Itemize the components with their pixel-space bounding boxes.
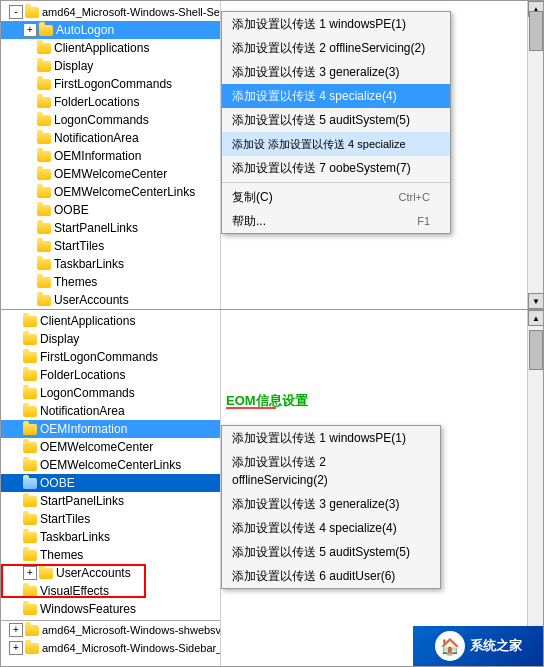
folder-icon-oeminfo	[37, 149, 51, 163]
b-tree-item-themes[interactable]: Themes	[1, 546, 220, 564]
tree-item-notificationarea[interactable]: NotificationArea	[1, 129, 220, 147]
b-folder-icon-useraccounts	[39, 566, 53, 580]
tree-item-clientapps[interactable]: ClientApplications	[1, 39, 220, 57]
b-tree-item-folderlocations[interactable]: FolderLocations	[1, 366, 220, 384]
label-clientapps: ClientApplications	[54, 40, 149, 56]
ctx-item-copy[interactable]: 复制(C) Ctrl+C	[222, 185, 450, 209]
b-expand-footer1[interactable]: +	[9, 623, 23, 637]
b-label-oemwelcome: OEMWelcomeCenter	[40, 439, 153, 455]
ctx-item-oobesystem[interactable]: 添加设置以传送 7 oobeSystem(7)	[222, 156, 450, 180]
b-tree-item-oemwelcome[interactable]: OEMWelcomeCenter	[1, 438, 220, 456]
ctx-separator-1	[222, 182, 450, 183]
folder-icon-oemwelcomelinks	[37, 185, 51, 199]
tree-item-oobe[interactable]: OOBE	[1, 201, 220, 219]
folder-icon-autologon	[39, 23, 53, 37]
tree-item-firstlogon[interactable]: FirstLogonCommands	[1, 75, 220, 93]
tree-item-folderlocations[interactable]: FolderLocations	[1, 93, 220, 111]
tree-item-oemwelcome[interactable]: OEMWelcomeCenter	[1, 165, 220, 183]
ctx-item-winpe[interactable]: 添加设置以传送 1 windowsPE(1)	[222, 12, 450, 36]
tree-item-useraccounts[interactable]: UserAccounts	[1, 291, 220, 309]
b-label-footer2: amd64_Microsoft-Windows-Sidebar_6.3.960.…	[42, 640, 221, 656]
top-scrollbar-v[interactable]: ▲ ▼	[527, 1, 543, 309]
tree-item-themes[interactable]: Themes	[1, 273, 220, 291]
label-display: Display	[54, 58, 93, 74]
b-ctx-item-generalize[interactable]: 添加设置以传送 3 generalize(3)	[222, 492, 440, 516]
label-autologon: AutoLogon	[56, 22, 114, 38]
scroll-thumb[interactable]	[529, 11, 543, 51]
b-tree-footer-2[interactable]: + amd64_Microsoft-Windows-Sidebar_6.3.96…	[1, 639, 220, 657]
b-label-useraccounts: UserAccounts	[56, 565, 131, 581]
label-notificationarea: NotificationArea	[54, 130, 139, 146]
tree-item-display[interactable]: Display	[1, 57, 220, 75]
b-folder-icon-taskbarlinks	[23, 530, 37, 544]
b-label-footer1: amd64_Microsoft-Windows-shwebsvc_6.3.96.…	[42, 622, 221, 638]
expand-root[interactable]: -	[9, 5, 23, 19]
folder-icon-startpanel	[37, 221, 51, 235]
bottom-scrollbar-v[interactable]: ▲ ▼	[527, 310, 543, 666]
bottom-context-menu: 添加设置以传送 1 windowsPE(1) 添加设置以传送 2 offline…	[221, 425, 441, 589]
b-scroll-up-btn[interactable]: ▲	[528, 310, 543, 326]
b-label-notificationarea: NotificationArea	[40, 403, 125, 419]
tree-item-autologon[interactable]: + AutoLogon	[1, 21, 220, 39]
b-label-windowsfeatures: WindowsFeatures	[40, 601, 136, 617]
tree-item-taskbarlinks[interactable]: TaskbarLinks	[1, 255, 220, 273]
b-expand-useraccounts[interactable]: +	[23, 566, 37, 580]
b-tree-item-display[interactable]: Display	[1, 330, 220, 348]
top-tree-area: - amd64_Microsoft-Windows-Shell-Setup_6.…	[1, 1, 221, 309]
folder-icon-firstlogon	[37, 77, 51, 91]
b-label-oemwelcomelinks: OEMWelcomeCenterLinks	[40, 457, 181, 473]
b-scroll-thumb[interactable]	[529, 330, 543, 370]
b-tree-item-logoncmds[interactable]: LogonCommands	[1, 384, 220, 402]
label-taskbarlinks: TaskbarLinks	[54, 256, 124, 272]
b-tree-item-taskbarlinks[interactable]: TaskbarLinks	[1, 528, 220, 546]
ctx-item-help[interactable]: 帮助... F1	[222, 209, 450, 233]
b-tree-item-startpanel[interactable]: StartPanelLinks	[1, 492, 220, 510]
b-ctx-item-winpe[interactable]: 添加设置以传送 1 windowsPE(1)	[222, 426, 440, 450]
b-folder-icon-logoncmds	[23, 386, 37, 400]
b-tree-item-oemwelcomelinks[interactable]: OEMWelcomeCenterLinks	[1, 456, 220, 474]
ctx-item-offlineservicing[interactable]: 添加设置以传送 2 offlineServicing(2)	[222, 36, 450, 60]
top-panel-content: ▲ ▼ 添加设置以传送 1 windowsPE(1) 添加设置以传送 2 off…	[221, 1, 543, 309]
folder-icon-folderlocations	[37, 95, 51, 109]
b-label-oeminfo: OEMInformation	[40, 421, 127, 437]
b-tree-item-oobe[interactable]: OOBE	[1, 474, 220, 492]
b-tree-item-notificationarea[interactable]: NotificationArea	[1, 402, 220, 420]
b-tree-item-clientapps[interactable]: ClientApplications	[1, 312, 220, 330]
tree-item-oemwelcomelinks[interactable]: OEMWelcomeCenterLinks	[1, 183, 220, 201]
watermark: 🏠 系统之家	[413, 626, 543, 666]
b-folder-icon-folderlocations	[23, 368, 37, 382]
folder-icon-clientapps	[37, 41, 51, 55]
expand-autologon[interactable]: +	[23, 23, 37, 37]
b-folder-icon-windowsfeatures	[23, 602, 37, 616]
ctx-item-auditsystem[interactable]: 添加设置以传送 5 auditSystem(5)	[222, 108, 450, 132]
root-label: amd64_Microsoft-Windows-Shell-Setup_6.3.…	[42, 4, 221, 20]
label-logoncmds: LogonCommands	[54, 112, 149, 128]
b-tree-footer-1[interactable]: + amd64_Microsoft-Windows-shwebsvc_6.3.9…	[1, 620, 220, 639]
b-tree-item-windowsfeatures[interactable]: WindowsFeatures	[1, 600, 220, 618]
b-ctx-item-auditsystem[interactable]: 添加设置以传送 5 auditSystem(5)	[222, 540, 440, 564]
tree-item-oeminfo[interactable]: OEMInformation	[1, 147, 220, 165]
b-tree-item-oeminfo[interactable]: OEMInformation	[1, 420, 220, 438]
b-tree-item-firstlogon[interactable]: FirstLogonCommands	[1, 348, 220, 366]
b-folder-icon-firstlogon	[23, 350, 37, 364]
watermark-text: 系统之家	[470, 637, 522, 655]
ctx-item-specialize[interactable]: 添加设置以传送 4 specialize(4)	[222, 84, 450, 108]
b-ctx-item-offlineservicing[interactable]: 添加设置以传送 2 offlineServicing(2)	[222, 450, 440, 492]
b-folder-icon-footer1	[25, 623, 39, 637]
b-tree-item-visualeffects[interactable]: VisualEffects	[1, 582, 220, 600]
oem-info-label: EOM信息设置	[226, 392, 308, 410]
folder-icon-taskbarlinks	[37, 257, 51, 271]
tree-root-node[interactable]: - amd64_Microsoft-Windows-Shell-Setup_6.…	[1, 3, 220, 21]
b-expand-footer2[interactable]: +	[9, 641, 23, 655]
label-oeminfo: OEMInformation	[54, 148, 141, 164]
ctx-item-generalize[interactable]: 添加设置以传送 3 generalize(3)	[222, 60, 450, 84]
scroll-down-btn[interactable]: ▼	[528, 293, 543, 309]
tree-item-startpanel[interactable]: StartPanelLinks	[1, 219, 220, 237]
b-ctx-item-audituser[interactable]: 添加设置以传送 6 auditUser(6)	[222, 564, 440, 588]
b-tree-item-useraccounts[interactable]: + UserAccounts	[1, 564, 220, 582]
b-label-firstlogon: FirstLogonCommands	[40, 349, 158, 365]
tree-item-logoncmds[interactable]: LogonCommands	[1, 111, 220, 129]
tree-item-starttiles[interactable]: StartTiles	[1, 237, 220, 255]
b-tree-item-starttiles[interactable]: StartTiles	[1, 510, 220, 528]
b-ctx-item-specialize[interactable]: 添加设置以传送 4 specialize(4)	[222, 516, 440, 540]
